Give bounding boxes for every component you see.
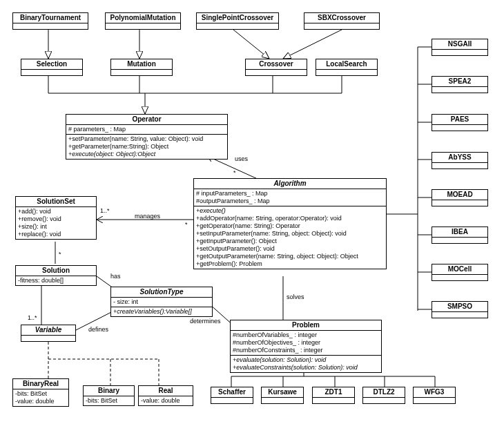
mult-1star: 1..*	[100, 207, 110, 214]
class-algorithm: Algorithm # inputParameters_ : Map #outp…	[193, 178, 387, 269]
title: Kursawe	[262, 387, 303, 398]
class-binaryreal: BinaryReal -bits: BitSet -value: double	[12, 378, 69, 407]
class-smpso: SMPSO	[432, 301, 488, 318]
class-variable: Variable	[21, 325, 76, 342]
title: AbYSS	[432, 153, 487, 163]
attr: -value: double	[15, 398, 66, 405]
label-uses: uses	[235, 155, 248, 162]
title: SolutionType	[111, 287, 212, 298]
title: NSGAII	[432, 39, 487, 50]
class-dtlz2: DTLZ2	[362, 387, 405, 404]
attr: #outputParameters_ : Map	[196, 197, 384, 205]
title: BinaryTournament	[13, 13, 88, 23]
title: BinaryReal	[13, 379, 68, 389]
title: PolynomialMutation	[106, 13, 180, 23]
attr: #numberOfObjectives_ : integer	[233, 339, 379, 347]
class-wfg3: WFG3	[413, 387, 456, 404]
class-abyss: AbYSS	[432, 152, 488, 169]
class-schaffer: Schaffer	[211, 387, 253, 404]
op: +execute(object: Object):Object	[68, 151, 225, 158]
label-has: has	[110, 273, 121, 280]
mult-1star: 1..*	[28, 314, 37, 321]
class-polynomialmutation: PolynomialMutation	[105, 12, 181, 30]
op: +getOperator(name: String): Operator	[196, 222, 384, 230]
class-ibea: IBEA	[432, 227, 488, 244]
class-mocell: MOCell	[432, 264, 488, 281]
title: Selection	[21, 59, 82, 70]
class-kursawe: Kursawe	[261, 387, 304, 404]
op: +getParameter(name:String): Object	[68, 143, 225, 151]
mult-star: *	[59, 251, 61, 258]
title: Crossover	[246, 59, 307, 70]
class-crossover: Crossover	[245, 59, 307, 76]
title: Binary	[84, 386, 134, 396]
attr: - size: int	[111, 298, 212, 307]
title: Solution	[16, 266, 96, 276]
attr: -bits: BitSet	[84, 396, 134, 405]
op: +setInputParameter(name: String, object:…	[196, 230, 384, 238]
title: MOEAD	[432, 190, 487, 200]
op: +getProblem(): Problem	[196, 260, 384, 268]
mult-star: *	[233, 169, 236, 176]
op: +replace(): void	[18, 231, 94, 238]
op: +add(): void	[18, 208, 94, 215]
title: IBEA	[432, 227, 487, 238]
attr: #numberOfVariables_ : integer	[233, 331, 379, 339]
label-manages: manages	[135, 213, 160, 220]
title: PAES	[432, 115, 487, 125]
attr: -fitness: double[]	[16, 276, 96, 285]
title: Mutation	[111, 59, 172, 70]
class-nsgaii: NSGAII	[432, 39, 488, 56]
op: +addOperator(name: String, operator:Oper…	[196, 215, 384, 222]
class-operator: Operator # parameters_ : Map +setParamet…	[66, 114, 228, 160]
op: +setOutputParameter(): void	[196, 245, 384, 253]
attr: -bits: BitSet	[15, 390, 66, 398]
class-solutionset: SolutionSet +add(): void +remove(): void…	[15, 196, 97, 240]
svg-line-2	[233, 30, 269, 59]
title: Operator	[66, 115, 227, 125]
label-defines: defines	[88, 326, 108, 333]
class-zdt1: ZDT1	[312, 387, 355, 404]
class-singlepointcrossover: SinglePointCrossover	[196, 12, 279, 30]
title: DTLZ2	[363, 387, 405, 398]
title: SMPSO	[432, 302, 487, 312]
op: +createVariables():Variable[]	[111, 307, 212, 316]
title: Schaffer	[211, 387, 253, 398]
title: SinglePointCrossover	[197, 13, 278, 23]
op: +setParameter(name: String, value: Objec…	[68, 135, 225, 143]
attr: #numberOfConstraints_ : integer	[233, 347, 379, 354]
title: Problem	[231, 320, 381, 331]
class-mutation: Mutation	[110, 59, 173, 76]
svg-line-3	[283, 30, 342, 59]
class-localsearch: LocalSearch	[316, 59, 378, 76]
title: SPEA2	[432, 77, 487, 87]
title: SolutionSet	[16, 197, 96, 207]
title: MOCell	[432, 264, 487, 275]
mult-star: *	[185, 221, 188, 228]
class-selection: Selection	[21, 59, 83, 76]
title: WFG3	[414, 387, 455, 398]
op: +execute()	[196, 207, 384, 215]
title: Algorithm	[194, 179, 386, 189]
class-paes: PAES	[432, 114, 488, 131]
op: +evaluate(solution: Solution): void	[233, 356, 379, 364]
title: ZDT1	[313, 387, 354, 398]
op: +evaluateConstraints(solution: Solution)…	[233, 364, 379, 372]
op: +size(): int	[18, 223, 94, 231]
class-solution: Solution -fitness: double[]	[15, 265, 97, 286]
op: +getOutputParameter(name: String, object…	[196, 253, 384, 260]
class-moead: MOEAD	[432, 189, 488, 206]
title: LocalSearch	[316, 59, 377, 70]
title: Real	[139, 386, 193, 396]
title: Variable	[21, 325, 75, 336]
class-spea2: SPEA2	[432, 76, 488, 93]
attr: # inputParameters_ : Map	[196, 190, 384, 197]
label-determines: determines	[190, 318, 221, 325]
class-real: Real -value: double	[138, 385, 193, 406]
op: +getInputParameter(): Object	[196, 238, 384, 245]
attr: # parameters_ : Map	[66, 125, 227, 135]
class-sbxcrossover: SBXCrossover	[304, 12, 380, 30]
uml-diagram: BinaryTournament PolynomialMutation Sing…	[0, 0, 504, 424]
class-binarytournament: BinaryTournament	[12, 12, 88, 30]
attr: -value: double	[139, 396, 193, 405]
